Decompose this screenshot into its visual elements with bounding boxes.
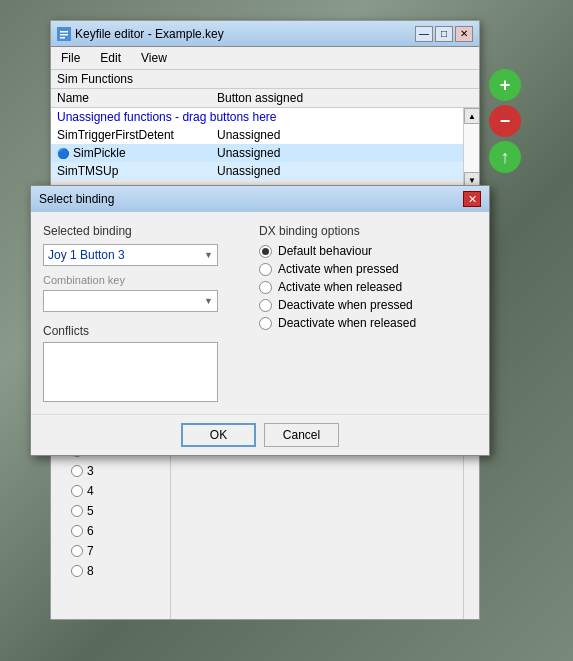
table-row[interactable]: 🔵 SimPickle Unassigned — [51, 144, 463, 162]
list-item[interactable]: 5 — [51, 501, 170, 521]
list-right-row — [171, 501, 479, 521]
col-name-header: Name — [57, 91, 217, 105]
table-row[interactable]: SimTMSUp Unassigned — [51, 162, 463, 180]
list-item-label: 4 — [87, 484, 94, 498]
list-right-row — [171, 461, 479, 481]
list-item-label: 8 — [87, 564, 94, 578]
main-window: Keyfile editor - Example.key — □ ✕ File … — [50, 20, 480, 189]
list-item[interactable]: 4 — [51, 481, 170, 501]
minimize-button[interactable]: — — [415, 26, 433, 42]
titlebar-buttons: — □ ✕ — [415, 26, 473, 42]
radio-4[interactable] — [71, 485, 83, 497]
move-button[interactable]: ↑ — [489, 141, 521, 173]
list-right-row — [171, 541, 479, 561]
radio-default-label: Default behaviour — [278, 244, 372, 258]
radio-5[interactable] — [71, 505, 83, 517]
list-item[interactable]: 3 — [51, 461, 170, 481]
svg-rect-1 — [60, 31, 68, 33]
dialog-title: Select binding — [39, 192, 114, 206]
move-icon: ↑ — [501, 147, 510, 168]
radio-activate-pressed[interactable] — [259, 263, 272, 276]
combination-key-input[interactable]: ▼ — [43, 290, 218, 312]
binding-dropdown[interactable]: Joy 1 Button 3 ▼ — [43, 244, 218, 266]
radio-deactivate-released-label: Deactivate when released — [278, 316, 416, 330]
list-item[interactable]: 7 — [51, 541, 170, 561]
list-item-label: 6 — [87, 524, 94, 538]
add-button[interactable]: + — [489, 69, 521, 101]
list-item[interactable]: 6 — [51, 521, 170, 541]
svg-rect-2 — [60, 34, 68, 36]
remove-button[interactable]: − — [489, 105, 521, 137]
menu-edit[interactable]: Edit — [94, 49, 127, 67]
menu-file[interactable]: File — [55, 49, 86, 67]
unassigned-header-text: Unassigned functions - drag buttons here — [57, 110, 457, 124]
dialog-close-button[interactable]: ✕ — [463, 191, 481, 207]
list-item[interactable]: 8 — [51, 561, 170, 581]
scroll-up-arrow[interactable]: ▲ — [464, 108, 479, 124]
table-scroll: Unassigned functions - drag buttons here… — [51, 108, 463, 188]
dialog-left-panel: Selected binding Joy 1 Button 3 ▼ Combin… — [43, 224, 243, 402]
radio-3[interactable] — [71, 465, 83, 477]
radio-deactivate-pressed-label: Deactivate when pressed — [278, 298, 413, 312]
list-item-label: 5 — [87, 504, 94, 518]
radio-6[interactable] — [71, 525, 83, 537]
combination-key-label: Combination key — [43, 274, 243, 286]
radio-default[interactable] — [259, 245, 272, 258]
row-name: SimPickle — [73, 146, 126, 160]
row-button: Unassigned — [217, 146, 457, 160]
menu-view[interactable]: View — [135, 49, 173, 67]
dialog-footer: OK Cancel — [31, 414, 489, 455]
radio-row-deactivate-pressed[interactable]: Deactivate when pressed — [259, 298, 477, 312]
row-button: Unassigned — [217, 164, 457, 178]
ok-button[interactable]: OK — [181, 423, 256, 447]
dialog-right-panel: DX binding options Default behaviour Act… — [259, 224, 477, 402]
selected-binding-label: Selected binding — [43, 224, 243, 238]
action-buttons: + − ↑ — [489, 69, 521, 173]
conflicts-box — [43, 342, 218, 402]
table-row[interactable]: Unassigned functions - drag buttons here — [51, 108, 463, 126]
conflicts-label: Conflicts — [43, 324, 243, 338]
menubar: File Edit View — [51, 47, 479, 70]
radio-row-activate-released[interactable]: Activate when released — [259, 280, 477, 294]
radio-activate-released[interactable] — [259, 281, 272, 294]
sim-functions-label: Sim Functions — [51, 70, 479, 89]
cancel-button[interactable]: Cancel — [264, 423, 339, 447]
close-button[interactable]: ✕ — [455, 26, 473, 42]
svg-rect-3 — [60, 37, 65, 39]
dx-binding-label: DX binding options — [259, 224, 477, 238]
radio-row-deactivate-released[interactable]: Deactivate when released — [259, 316, 477, 330]
row-name: SimTMSUp — [57, 164, 217, 178]
row-button: Unassigned — [217, 128, 457, 142]
radio-deactivate-released[interactable] — [259, 317, 272, 330]
select-binding-dialog: Select binding ✕ Selected binding Joy 1 … — [30, 185, 490, 456]
dx-radio-group: Default behaviour Activate when pressed … — [259, 244, 477, 330]
dialog-titlebar: Select binding ✕ — [31, 186, 489, 212]
table-header: Name Button assigned — [51, 89, 479, 108]
table-row[interactable]: SimTriggerFirstDetent Unassigned — [51, 126, 463, 144]
radio-deactivate-pressed[interactable] — [259, 299, 272, 312]
dialog-body: Selected binding Joy 1 Button 3 ▼ Combin… — [31, 212, 489, 414]
main-titlebar: Keyfile editor - Example.key — □ ✕ — [51, 21, 479, 47]
radio-8[interactable] — [71, 565, 83, 577]
radio-activate-released-label: Activate when released — [278, 280, 402, 294]
col-button-header: Button assigned — [217, 91, 473, 105]
restore-button[interactable]: □ — [435, 26, 453, 42]
table-area: Unassigned functions - drag buttons here… — [51, 108, 479, 188]
row-name: SimTriggerFirstDetent — [57, 128, 217, 142]
radio-7[interactable] — [71, 545, 83, 557]
radio-row-activate-pressed[interactable]: Activate when pressed — [259, 262, 477, 276]
combo-arrow-icon: ▼ — [204, 296, 213, 306]
binding-dropdown-row: Joy 1 Button 3 ▼ — [43, 244, 243, 266]
main-window-title: Keyfile editor - Example.key — [75, 27, 224, 41]
app-icon — [57, 27, 71, 41]
scroll-track[interactable] — [464, 124, 479, 172]
dropdown-arrow-icon: ▼ — [204, 250, 213, 260]
list-item-label: 7 — [87, 544, 94, 558]
radio-activate-pressed-label: Activate when pressed — [278, 262, 399, 276]
list-right-row — [171, 561, 479, 581]
radio-row-default[interactable]: Default behaviour — [259, 244, 477, 258]
table-scrollbar[interactable]: ▲ ▼ — [463, 108, 479, 188]
list-right-row — [171, 521, 479, 541]
row-icon: 🔵 — [57, 148, 69, 159]
list-item-label: 3 — [87, 464, 94, 478]
